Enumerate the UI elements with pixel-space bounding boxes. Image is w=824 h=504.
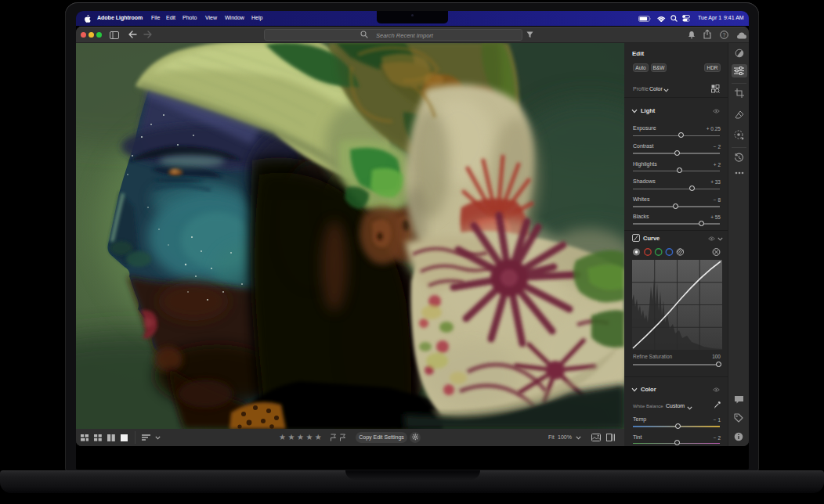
svg-text:?: ? <box>723 32 726 38</box>
